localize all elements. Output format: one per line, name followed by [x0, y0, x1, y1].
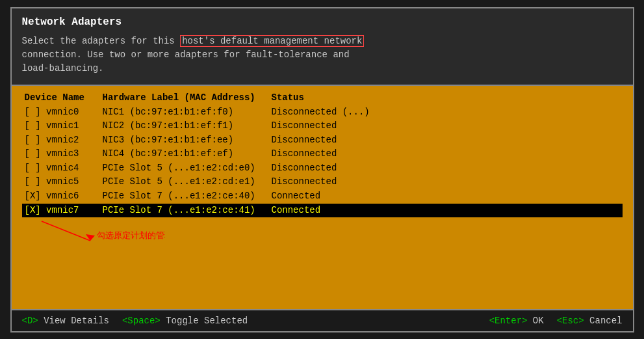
- row-hardware-label: PCIe Slot 7 (...e1:e2:ce:41): [103, 204, 272, 217]
- footer-esc-cancel[interactable]: <Esc> Cancel: [557, 316, 623, 326]
- row-hardware-label: PCIe Slot 5 (...e1:e2:cd:e0): [103, 162, 272, 175]
- row-device-name: [X] vmnic7: [25, 204, 103, 217]
- network-adapters-window: Network Adapters Select the adapters for…: [10, 7, 634, 332]
- table-row[interactable]: [ ] vmnic0NIC1 (bc:97:e1:b1:ef:f0)Discon…: [22, 105, 623, 120]
- table-row[interactable]: [ ] vmnic1NIC2 (bc:97:e1:b1:ef:f1)Discon…: [22, 119, 623, 133]
- row-device-name: [ ] vmnic5: [25, 176, 103, 189]
- col-device-name: Device Name: [25, 92, 103, 103]
- row-device-name: [ ] vmnic0: [25, 106, 103, 119]
- desc-line1: Select the adapters for this: [22, 36, 181, 46]
- annotation-arrow: 勾选原定计划的管理网口: [35, 220, 165, 249]
- header-description: Select the adapters for this host's defa…: [22, 34, 623, 75]
- row-device-name: [ ] vmnic4: [25, 162, 103, 175]
- highlighted-text: host's default management network: [180, 35, 364, 47]
- footer-enter-ok[interactable]: <Enter> OK: [489, 316, 544, 326]
- desc-line3: load-balancing.: [22, 63, 104, 74]
- row-status: Disconnected: [272, 148, 402, 161]
- row-hardware-label: NIC3 (bc:97:e1:b1:ef:ee): [103, 134, 272, 147]
- row-status: Disconnected: [272, 134, 402, 147]
- row-device-name: [ ] vmnic3: [25, 148, 103, 161]
- row-status: Disconnected: [272, 162, 402, 175]
- col-hardware-label: Hardware Label (MAC Address): [103, 92, 272, 103]
- table-row[interactable]: [X] vmnic6PCIe Slot 7 (...e1:e2:ce:40)Co…: [22, 189, 623, 204]
- row-device-name: [ ] vmnic2: [25, 134, 103, 147]
- row-status: Disconnected: [272, 176, 402, 189]
- footer-bar: <D> View Details <Space> Toggle Selected…: [12, 309, 633, 331]
- svg-text:勾选原定计划的管理网口: 勾选原定计划的管理网口: [97, 230, 165, 240]
- table-header: Device Name Hardware Label (MAC Address)…: [22, 92, 623, 103]
- row-status: Disconnected: [272, 120, 402, 133]
- desc-line2: connection. Use two or more adapters for…: [22, 49, 350, 60]
- svg-line-0: [42, 221, 90, 241]
- table-row[interactable]: [ ] vmnic2NIC3 (bc:97:e1:b1:ef:ee)Discon…: [22, 133, 623, 148]
- row-status: Connected: [272, 190, 402, 203]
- footer-toggle-selected[interactable]: <Space> Toggle Selected: [122, 316, 248, 326]
- row-status: Disconnected (...): [272, 106, 402, 119]
- footer-view-details[interactable]: <D> View Details: [22, 316, 109, 326]
- row-hardware-label: NIC4 (bc:97:e1:b1:ef:ef): [103, 148, 272, 161]
- table-row[interactable]: [ ] vmnic4PCIe Slot 5 (...e1:e2:cd:e0)Di…: [22, 161, 623, 176]
- row-hardware-label: PCIe Slot 5 (...e1:e2:cd:e1): [103, 176, 272, 189]
- col-status: Status: [272, 92, 402, 103]
- table-row[interactable]: [ ] vmnic5PCIe Slot 5 (...e1:e2:cd:e1)Di…: [22, 175, 623, 189]
- table-body: [ ] vmnic0NIC1 (bc:97:e1:b1:ef:f0)Discon…: [22, 105, 623, 218]
- main-content: Device Name Hardware Label (MAC Address)…: [12, 86, 633, 309]
- row-device-name: [X] vmnic6: [25, 190, 103, 203]
- row-hardware-label: PCIe Slot 7 (...e1:e2:ce:40): [103, 190, 272, 203]
- table-row[interactable]: [ ] vmnic3NIC4 (bc:97:e1:b1:ef:ef)Discon…: [22, 147, 623, 161]
- table-row[interactable]: [X] vmnic7PCIe Slot 7 (...e1:e2:ce:41)Co…: [22, 204, 623, 218]
- header-panel: Network Adapters Select the adapters for…: [12, 8, 633, 86]
- row-device-name: [ ] vmnic1: [25, 120, 103, 133]
- row-hardware-label: NIC1 (bc:97:e1:b1:ef:f0): [103, 106, 272, 119]
- annotation-area: 勾选原定计划的管理网口: [22, 220, 623, 249]
- row-hardware-label: NIC2 (bc:97:e1:b1:ef:f1): [103, 120, 272, 133]
- row-status: Connected: [272, 204, 402, 217]
- window-title: Network Adapters: [22, 16, 623, 28]
